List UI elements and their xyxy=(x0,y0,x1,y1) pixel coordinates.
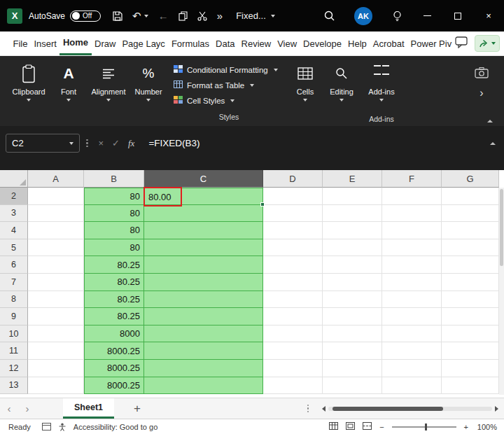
cell[interactable] xyxy=(28,326,84,343)
cell[interactable] xyxy=(442,291,499,309)
cell[interactable]: 80 xyxy=(84,222,144,239)
cell[interactable] xyxy=(28,205,84,223)
cell[interactable] xyxy=(442,205,499,223)
cell[interactable] xyxy=(263,326,323,343)
row-header[interactable]: 6 xyxy=(0,256,28,274)
cell[interactable] xyxy=(144,256,263,274)
cell[interactable] xyxy=(323,205,382,223)
row-header[interactable]: 3 xyxy=(0,205,28,223)
tab-file[interactable]: File xyxy=(10,31,31,55)
page-layout-view-icon[interactable] xyxy=(346,422,355,431)
sheet-tab-sheet1[interactable]: Sheet1 xyxy=(63,398,114,419)
cell[interactable] xyxy=(442,377,499,395)
comments-button[interactable] xyxy=(455,36,468,51)
cells-group-button[interactable]: Cells xyxy=(287,60,323,126)
share-button[interactable] xyxy=(475,35,500,52)
cell[interactable] xyxy=(144,326,263,343)
cell[interactable] xyxy=(442,239,499,257)
cell[interactable] xyxy=(263,274,323,291)
cell[interactable] xyxy=(28,342,84,360)
camera-icon[interactable] xyxy=(475,66,489,81)
cell[interactable] xyxy=(323,377,382,395)
cell[interactable] xyxy=(382,326,442,343)
cell[interactable] xyxy=(442,360,499,377)
column-header-a[interactable]: A xyxy=(28,170,84,188)
row-header[interactable]: 2 xyxy=(0,188,28,205)
tab-power-pivot[interactable]: Power Piv xyxy=(407,31,455,55)
accessibility-status[interactable]: Accessibility: Good to go xyxy=(74,423,158,431)
cell[interactable]: 8000 xyxy=(84,326,144,343)
insert-function-icon[interactable]: fx xyxy=(128,138,134,149)
column-header-c-selected[interactable]: C xyxy=(144,170,263,188)
scrollbar-thumb[interactable] xyxy=(332,407,443,411)
document-dropdown[interactable]: Fixed... xyxy=(236,10,275,21)
cell[interactable] xyxy=(28,274,84,291)
cell[interactable] xyxy=(28,256,84,274)
tab-review[interactable]: Review xyxy=(238,31,274,55)
tab-page-layout[interactable]: Page Layc xyxy=(119,31,168,55)
zoom-slider[interactable] xyxy=(392,423,456,431)
column-header-f[interactable]: F xyxy=(382,170,442,188)
cell[interactable] xyxy=(263,239,323,257)
conditional-formatting-button[interactable]: Conditional Formatting xyxy=(174,63,284,76)
cell[interactable] xyxy=(323,342,382,360)
zoom-in-button[interactable]: + xyxy=(464,423,468,431)
scrollbar-thumb[interactable] xyxy=(500,189,503,266)
cell[interactable] xyxy=(263,377,323,395)
user-avatar[interactable]: AK xyxy=(354,7,372,25)
collapse-ribbon-icon[interactable] xyxy=(487,120,493,122)
cell[interactable] xyxy=(28,360,84,377)
cell[interactable]: 80.25 xyxy=(84,291,144,309)
redo-button[interactable]: ← xyxy=(158,10,169,21)
sheet-nav-left-icon[interactable]: ‹ xyxy=(0,398,18,419)
row-header[interactable]: 13 xyxy=(0,377,28,395)
cell[interactable]: 80.25 xyxy=(84,256,144,274)
cell[interactable] xyxy=(323,308,382,326)
undo-button[interactable]: ↶ xyxy=(132,10,148,21)
cell-c2[interactable]: 80.00 xyxy=(144,188,263,205)
cell[interactable] xyxy=(442,342,499,360)
cell[interactable] xyxy=(382,342,442,360)
cell[interactable] xyxy=(144,342,263,360)
cell[interactable] xyxy=(263,342,323,360)
select-all-button[interactable] xyxy=(0,170,28,188)
alignment-group-button[interactable]: Alignment xyxy=(87,60,130,126)
cell[interactable] xyxy=(263,256,323,274)
cell[interactable] xyxy=(382,291,442,309)
minimize-button[interactable] xyxy=(412,0,442,31)
cell[interactable] xyxy=(323,274,382,291)
column-header-e[interactable]: E xyxy=(323,170,382,188)
cell[interactable]: 80.25 xyxy=(84,308,144,326)
add-sheet-button[interactable]: + xyxy=(125,398,149,419)
cell-styles-button[interactable]: Cell Styles xyxy=(174,94,284,107)
cell[interactable] xyxy=(323,222,382,239)
cell[interactable] xyxy=(144,205,263,223)
excel-logo-icon[interactable]: X xyxy=(7,8,22,24)
cell[interactable] xyxy=(323,239,382,257)
cell[interactable] xyxy=(323,188,382,205)
name-box[interactable]: C2 xyxy=(6,134,80,153)
fill-handle[interactable] xyxy=(260,202,265,206)
cell[interactable] xyxy=(382,256,442,274)
cell[interactable] xyxy=(382,239,442,257)
cell[interactable] xyxy=(442,188,499,205)
tab-draw[interactable]: Draw xyxy=(92,31,119,55)
cell[interactable] xyxy=(144,274,263,291)
column-header-d[interactable]: D xyxy=(263,170,323,188)
search-icon[interactable] xyxy=(324,10,335,21)
maximize-button[interactable] xyxy=(442,0,473,31)
lightbulb-icon[interactable] xyxy=(393,10,402,22)
cut-icon[interactable] xyxy=(197,11,207,21)
tab-home[interactable]: Home xyxy=(59,31,91,55)
cell[interactable] xyxy=(263,222,323,239)
number-group-button[interactable]: % Number xyxy=(130,60,167,126)
autosave-toggle[interactable]: Off xyxy=(70,10,101,22)
formula-input[interactable]: =FIXED(B3) xyxy=(139,138,490,148)
tab-developer[interactable]: Develope xyxy=(300,31,345,55)
cell[interactable] xyxy=(382,308,442,326)
cell[interactable] xyxy=(382,377,442,395)
addins-group-button[interactable]: Add-ins Add-ins xyxy=(360,60,403,125)
column-header-g[interactable]: G xyxy=(442,170,499,188)
cell[interactable] xyxy=(28,291,84,309)
cell[interactable] xyxy=(28,222,84,239)
